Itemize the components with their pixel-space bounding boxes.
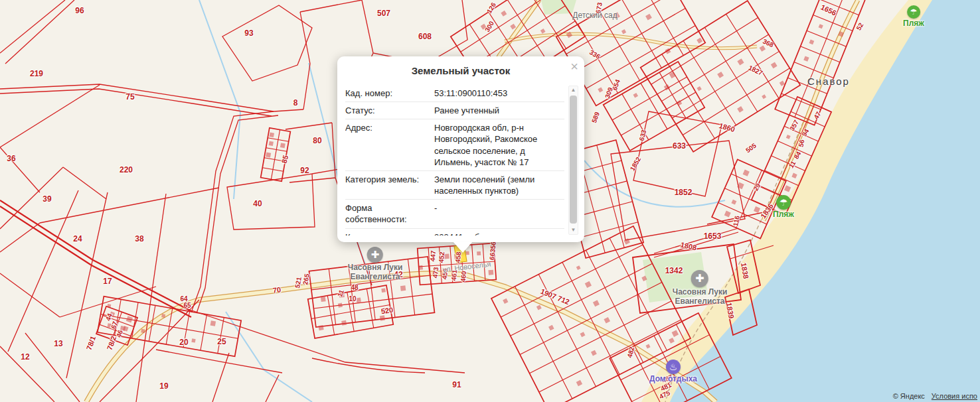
info-row: Кадастровая стоимость:323441 руб	[345, 229, 564, 235]
popup-scrollbar[interactable]: ▲ ▼	[568, 86, 578, 235]
info-value: -	[434, 202, 564, 225]
poi-chapel-cross[interactable]: ✚Часовня Луки Евангелиста	[348, 247, 403, 282]
info-value: Новгородская обл, р-н Новгородский, Рако…	[434, 122, 564, 168]
terms-of-use-link[interactable]: Условия испо	[932, 392, 977, 400]
info-row: Форма собственности:-	[345, 200, 564, 228]
chapel-cross-icon: ✚	[367, 247, 383, 263]
info-label: Кад. номер:	[345, 88, 430, 99]
poi-label: Часовня Луки Евангелиста	[673, 288, 728, 306]
info-row: Статус:Ранее учтенный	[345, 102, 564, 119]
poi-label: Часовня Луки Евангелиста	[348, 263, 403, 282]
cadastral-map-app: 9693507608219758362208085923940243817131…	[0, 0, 980, 402]
info-value: Ранее учтенный	[434, 105, 564, 116]
info-value: 53:11:0900110:453	[434, 88, 564, 99]
scroll-up-arrow-icon[interactable]: ▲	[569, 86, 578, 94]
scroll-down-arrow-icon[interactable]: ▼	[569, 226, 578, 234]
poi-label: Пляж	[773, 210, 794, 220]
map-attribution: © ЯндексУсловия испо	[893, 392, 977, 400]
green-area	[541, 0, 576, 15]
popup-title: Земельный участок	[337, 56, 584, 82]
info-label: Адрес:	[345, 122, 430, 168]
scrollbar-thumb[interactable]	[570, 96, 577, 224]
beach-umbrella-icon: ☂	[907, 5, 920, 19]
parcel-info-popup: Земельный участок × Кад. номер:53:11:090…	[337, 56, 584, 242]
info-label: Статус:	[345, 105, 430, 116]
poi-label: Дом отдыха	[649, 375, 697, 384]
poi-rest-house[interactable]: ♨Дом отдыха	[649, 360, 697, 384]
info-row: Категория земель:Земли поселений (земли …	[345, 171, 564, 200]
poi-beach-umbrella[interactable]: ☂Пляж	[903, 5, 924, 29]
chapel-cross-icon: ✚	[691, 270, 708, 287]
poi-label: Пляж	[903, 19, 924, 29]
yandex-copyright: © Яндекс	[893, 392, 925, 400]
info-row: Кад. номер:53:11:0900110:453	[345, 85, 564, 102]
info-label: Категория земель:	[345, 174, 430, 196]
poi-chapel-cross[interactable]: ✚Часовня Луки Евангелиста	[673, 270, 728, 306]
info-value: 323441 руб	[434, 232, 564, 235]
rest-house-icon: ♨	[666, 360, 681, 374]
parcel-info-table: Кад. номер:53:11:0900110:453Статус:Ранее…	[345, 85, 564, 235]
info-label: Кадастровая стоимость:	[345, 232, 430, 235]
poi-beach-umbrella[interactable]: ☂Пляж	[773, 195, 794, 220]
popup-tail	[453, 241, 473, 253]
info-row: Адрес:Новгородская обл, р-н Новгородский…	[345, 119, 564, 171]
info-label: Форма собственности:	[345, 202, 430, 225]
beach-umbrella-icon: ☂	[776, 195, 791, 210]
info-value: Земли поселений (земли населенных пункто…	[434, 174, 564, 196]
close-icon[interactable]: ×	[570, 60, 578, 73]
